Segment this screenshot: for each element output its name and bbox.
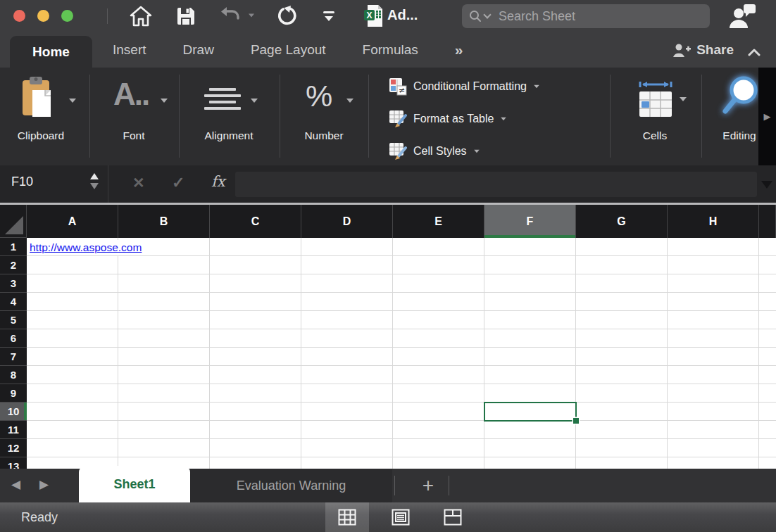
column-header-D[interactable]: D — [301, 205, 393, 238]
spinner-down-icon[interactable] — [90, 183, 99, 189]
format-as-table-button[interactable]: Format as Table — [389, 108, 507, 130]
excel-window: X Ad... Search Sheet Home — [0, 0, 776, 532]
formula-bar: F10 ✕ ✓ fx — [0, 165, 776, 203]
account-icon[interactable] — [728, 3, 758, 30]
ribbon-more-arrow[interactable]: ▶ — [764, 111, 771, 122]
normal-view-button[interactable] — [325, 502, 369, 532]
alignment-caret[interactable] — [251, 99, 258, 103]
next-sheet-arrow[interactable]: ▶ — [39, 477, 49, 492]
column-header-B[interactable]: B — [118, 205, 210, 238]
page-layout-view-button[interactable] — [379, 502, 423, 532]
row-header-6[interactable]: 6 — [0, 329, 27, 348]
clipboard-icon[interactable] — [20, 76, 56, 122]
column-header-H[interactable]: H — [668, 205, 759, 238]
row-header-11[interactable]: 11 — [0, 421, 27, 439]
collapse-toolbar-icon[interactable] — [321, 10, 337, 23]
formula-input[interactable] — [235, 172, 757, 197]
row-header-3[interactable]: 3 — [0, 274, 27, 293]
tab-draw[interactable]: Draw — [183, 42, 214, 58]
cells-caret[interactable] — [680, 97, 687, 101]
row-header-1[interactable]: 1 — [0, 238, 27, 256]
sheet-tab-bar: ◀ ▶ Sheet1 Evaluation Warning + — [0, 469, 776, 502]
cancel-icon[interactable]: ✕ — [132, 175, 145, 191]
svg-text:X: X — [366, 11, 372, 20]
formula-bar-expand-caret[interactable] — [761, 181, 772, 189]
undo-dropdown-caret[interactable] — [249, 14, 254, 18]
maximize-window-button[interactable] — [61, 10, 73, 22]
name-box-spinner[interactable] — [90, 173, 99, 189]
number-group-icon[interactable]: % — [306, 80, 332, 111]
search-scope-caret[interactable] — [483, 11, 491, 18]
cell-styles-label: Cell Styles — [413, 145, 467, 158]
fill-handle[interactable] — [573, 418, 579, 424]
column-header-E[interactable]: E — [393, 205, 484, 238]
row-header-10[interactable]: 10 — [0, 403, 27, 421]
prev-sheet-arrow[interactable]: ◀ — [11, 477, 20, 492]
selected-cell-outline — [484, 402, 577, 422]
tab-page-layout[interactable]: Page Layout — [251, 42, 326, 58]
normal-view-icon — [338, 509, 356, 526]
select-all-triangle-icon — [5, 216, 23, 234]
clipboard-caret[interactable] — [69, 99, 76, 103]
enter-icon[interactable]: ✓ — [172, 174, 184, 192]
align-center-icon[interactable] — [203, 84, 242, 113]
row-header-9[interactable]: 9 — [0, 384, 27, 403]
tab-formulas[interactable]: Formulas — [363, 42, 418, 58]
tab-overflow-chevrons[interactable]: » — [455, 42, 462, 58]
ribbon: Clipboard A.. Font Alignment % Number ≠ … — [0, 68, 776, 165]
column-headers: ABCDEFGH — [27, 205, 776, 238]
name-box[interactable]: F10 — [11, 175, 33, 189]
spinner-up-icon[interactable] — [90, 173, 99, 179]
number-caret[interactable] — [346, 99, 353, 103]
cell-styles-icon — [389, 142, 407, 160]
column-header-F[interactable]: F — [484, 205, 576, 238]
tab-insert[interactable]: Insert — [113, 42, 146, 58]
minimize-window-button[interactable] — [37, 10, 49, 22]
ribbon-tab-row: Home Insert Draw Page Layout Formulas » … — [0, 32, 776, 68]
home-icon[interactable] — [130, 6, 152, 27]
sheet-tab-sheet1[interactable]: Sheet1 — [79, 466, 190, 502]
column-header-C[interactable]: C — [210, 205, 301, 238]
status-bar: Ready 100% — [0, 502, 776, 532]
conditional-formatting-button[interactable]: ≠ Conditional Formatting — [389, 75, 540, 98]
undo-icon[interactable] — [218, 6, 255, 25]
redo-icon[interactable] — [275, 6, 297, 28]
column-header-partial[interactable] — [759, 205, 776, 238]
editing-magnifier-icon[interactable] — [717, 73, 761, 122]
font-caret[interactable] — [161, 99, 168, 103]
insert-function-icon[interactable]: fx — [211, 173, 225, 190]
row-header-5[interactable]: 5 — [0, 311, 27, 329]
row-header-12[interactable]: 12 — [0, 439, 27, 457]
tab-home[interactable]: Home — [10, 36, 92, 68]
row-header-7[interactable]: 7 — [0, 348, 27, 366]
status-text: Ready — [21, 510, 58, 525]
page-break-view-icon — [444, 509, 462, 526]
search-sheet-input[interactable]: Search Sheet — [462, 4, 710, 28]
cell-styles-button[interactable]: Cell Styles — [389, 140, 480, 163]
number-group-label: Number — [282, 129, 366, 142]
select-all-corner[interactable] — [0, 205, 27, 238]
font-group-icon[interactable]: A.. — [113, 80, 149, 108]
cells-area[interactable] — [27, 238, 776, 469]
column-header-A[interactable]: A — [27, 205, 118, 238]
page-break-view-button[interactable] — [431, 502, 475, 532]
format-as-table-label: Format as Table — [413, 113, 494, 125]
row-header-4[interactable]: 4 — [0, 293, 27, 311]
collapse-ribbon-chevron[interactable] — [748, 46, 761, 59]
title-bar: X Ad... Search Sheet — [0, 0, 776, 32]
sheet-tab-evaluation-warning[interactable]: Evaluation Warning — [190, 469, 392, 502]
column-header-G[interactable]: G — [576, 205, 668, 238]
save-icon[interactable] — [175, 6, 196, 27]
close-window-button[interactable] — [13, 10, 25, 22]
share-button[interactable]: Share — [672, 32, 734, 68]
clipboard-group-label: Clipboard — [0, 129, 83, 142]
row-header-8[interactable]: 8 — [0, 366, 27, 384]
cell-a1-hyperlink[interactable]: http://www.aspose.com — [30, 240, 147, 255]
cell-styles-caret — [474, 150, 480, 153]
alignment-group-label: Alignment — [187, 129, 271, 142]
row-header-2[interactable]: 2 — [0, 256, 27, 274]
cells-icon[interactable] — [637, 76, 674, 122]
add-sheet-button[interactable]: + — [410, 469, 446, 502]
format-as-table-icon — [389, 110, 407, 128]
row-header-13[interactable]: 13 — [0, 457, 27, 469]
